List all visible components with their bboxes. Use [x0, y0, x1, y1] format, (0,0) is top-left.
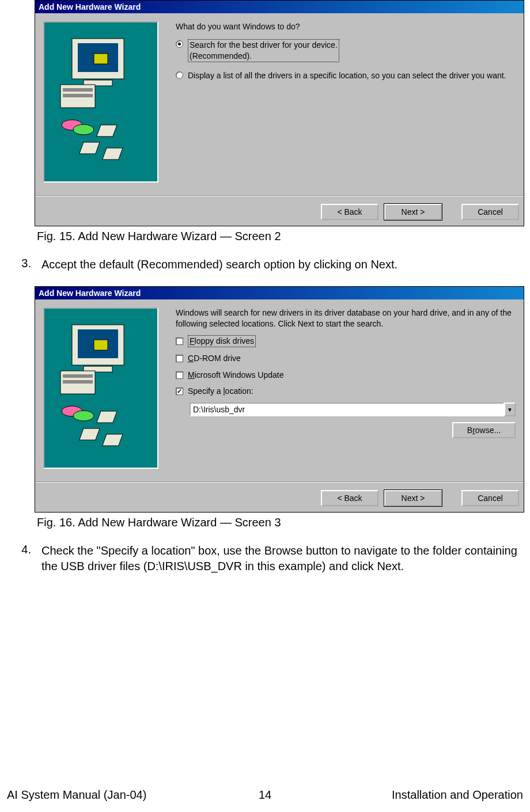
- checkbox-cdrom[interactable]: [176, 355, 183, 362]
- footer-left: AI System Manual (Jan-04): [7, 788, 146, 802]
- cancel-button[interactable]: Cancel: [461, 490, 519, 506]
- dialog-title: Add New Hardware Wizard: [35, 1, 524, 13]
- dialog-intro: Windows will search for new drivers in i…: [176, 308, 516, 329]
- wizard-illustration: [43, 21, 158, 183]
- location-path-input[interactable]: D:\Iris\usb_dvr: [190, 403, 504, 416]
- cancel-button[interactable]: Cancel: [461, 204, 519, 220]
- checkbox-floppy[interactable]: [176, 337, 183, 345]
- radio-display-list-label: Display a list of all the drivers in a s…: [188, 70, 506, 81]
- dialog-title: Add New Hardware Wizard: [35, 287, 524, 299]
- radio-search-best-driver[interactable]: [176, 40, 183, 48]
- figure-caption-15: Fig. 15. Add New Hardware Wizard — Scree…: [37, 230, 524, 243]
- hardware-wizard-dialog-1: Add New Hardware Wizard What do you want…: [35, 0, 524, 226]
- radio-display-list[interactable]: [176, 71, 183, 79]
- chevron-down-icon: ▼: [507, 406, 513, 414]
- page-footer: AI System Manual (Jan-04) 14 Installatio…: [0, 788, 530, 802]
- back-button[interactable]: < Back: [321, 204, 378, 220]
- next-button[interactable]: Next >: [384, 490, 442, 506]
- next-button[interactable]: Next >: [384, 204, 442, 220]
- wizard-illustration: [43, 308, 158, 469]
- step-3: 3. Accept the default (Recommended) sear…: [14, 257, 524, 272]
- checkbox-specify-location-label: Specify a location:: [188, 386, 253, 397]
- radio-search-best-driver-label: Search for the best driver for your devi…: [188, 39, 339, 62]
- figure-caption-16: Fig. 16. Add New Hardware Wizard — Scree…: [37, 516, 524, 529]
- back-button[interactable]: < Back: [321, 490, 378, 506]
- step-4: 4. Check the "Specify a location" box, u…: [14, 543, 524, 574]
- page-number: 14: [259, 788, 271, 802]
- dialog-prompt: What do you want Windows to do?: [176, 21, 516, 32]
- hardware-wizard-dialog-2: Add New Hardware Wizard Windows will sea…: [35, 286, 524, 513]
- checkbox-cdrom-label: CD-ROM drive: [188, 353, 241, 364]
- location-dropdown-button[interactable]: ▼: [504, 403, 516, 416]
- browse-button[interactable]: Browse...: [452, 422, 516, 438]
- checkbox-floppy-label: Floppy disk drives: [188, 335, 256, 347]
- checkbox-windows-update[interactable]: [176, 371, 183, 379]
- checkbox-windows-update-label: Microsoft Windows Update: [188, 370, 284, 381]
- footer-right: Installation and Operation: [392, 788, 523, 802]
- checkbox-specify-location[interactable]: [176, 388, 183, 395]
